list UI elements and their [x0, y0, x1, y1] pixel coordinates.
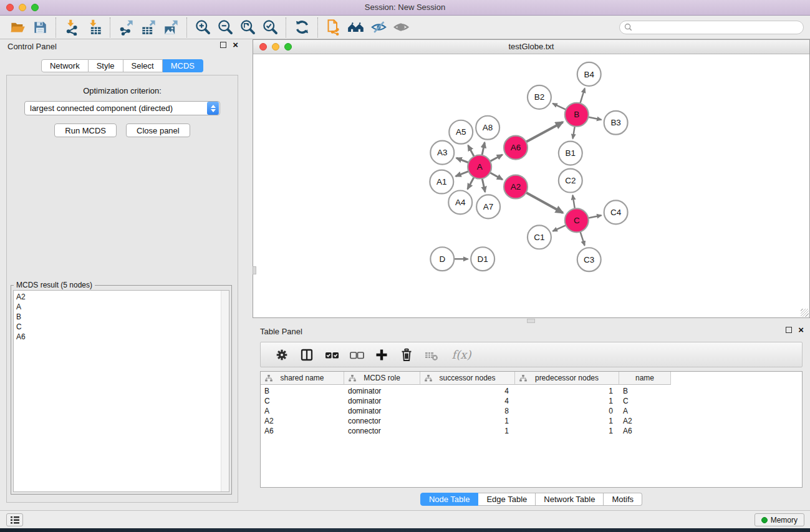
- result-list-item[interactable]: A: [14, 302, 229, 312]
- select-all-button[interactable]: [319, 344, 344, 365]
- export-image-button[interactable]: [160, 17, 182, 37]
- import-network-button[interactable]: [60, 17, 83, 37]
- deselect-all-icon: [349, 347, 365, 362]
- column-visibility-button[interactable]: [294, 344, 319, 365]
- tab-network-table[interactable]: Network Table: [536, 493, 604, 506]
- network-canvas[interactable]: AA1A2A3A4A5A6A7A8BB1B2B3B4CC1C2C3C4DD1: [253, 54, 809, 317]
- reset-view-button[interactable]: [345, 17, 367, 37]
- table-header-cell[interactable]: predecessor nodes: [515, 372, 619, 385]
- close-window-button[interactable]: [6, 4, 14, 11]
- graph-edge-A-A7[interactable]: [482, 177, 485, 192]
- window-resize-grip[interactable]: [801, 309, 809, 317]
- show-all-button[interactable]: [390, 17, 412, 37]
- open-session-button[interactable]: [6, 17, 29, 37]
- table-cell: 1: [420, 426, 515, 436]
- apply-layout-button[interactable]: [291, 17, 313, 37]
- add-column-button[interactable]: [369, 344, 394, 365]
- graph-node-label: B: [574, 110, 579, 119]
- graph-edge-A-A3[interactable]: [456, 158, 470, 163]
- zoom-fit-button[interactable]: [236, 17, 259, 37]
- table-cell: 4: [420, 396, 515, 406]
- graph-edge-B-B1[interactable]: [573, 125, 576, 139]
- graph-edge-A-A1[interactable]: [456, 171, 470, 177]
- graph-edge-C-C3[interactable]: [580, 231, 585, 246]
- tab-motifs[interactable]: Motifs: [604, 493, 642, 506]
- graph-node-label: C4: [610, 208, 622, 217]
- import-table-button[interactable]: [83, 17, 105, 37]
- table-row[interactable]: Bdominator41B: [261, 386, 802, 396]
- zoom-selected-button[interactable]: [259, 17, 281, 37]
- deselect-all-button[interactable]: [344, 344, 369, 365]
- delete-column-button[interactable]: [394, 344, 419, 365]
- attribute-tree-icon: [349, 375, 356, 382]
- close-panel-icon[interactable]: ×: [233, 42, 238, 48]
- zoom-in-button[interactable]: [191, 17, 214, 37]
- graph-edge-B-B3[interactable]: [587, 117, 601, 120]
- export-network-button[interactable]: [115, 17, 137, 37]
- result-list-item[interactable]: B: [14, 312, 229, 322]
- criterion-select[interactable]: largest connected component (directed): [24, 101, 220, 115]
- new-network-from-selection-button[interactable]: [322, 17, 345, 37]
- run-mcds-button[interactable]: Run MCDS: [54, 123, 117, 137]
- result-scrollbar[interactable]: [221, 291, 229, 491]
- table-row[interactable]: A6connector11A6: [261, 426, 802, 436]
- zoom-selected-icon: [262, 19, 279, 36]
- close-panel-button[interactable]: Close panel: [126, 123, 190, 137]
- graph-edge-A-A6[interactable]: [489, 155, 503, 162]
- result-list-item[interactable]: C: [14, 322, 229, 332]
- tab-style[interactable]: Style: [89, 59, 123, 72]
- splitter-grip[interactable]: [253, 266, 256, 274]
- graph-edge-B-B4[interactable]: [580, 89, 585, 105]
- graph-edge-C-C1[interactable]: [552, 225, 567, 231]
- float-panel-icon[interactable]: [220, 42, 226, 48]
- memory-button[interactable]: Memory: [755, 513, 804, 526]
- graph-edge-A-A8[interactable]: [482, 142, 485, 157]
- graph-node-label: D: [439, 254, 445, 264]
- search-input[interactable]: [635, 23, 799, 32]
- table-row[interactable]: A2connector11A2: [261, 416, 802, 426]
- control-panel-header: Control Panel ×: [0, 39, 244, 54]
- graph-edge-C-C4[interactable]: [587, 215, 601, 218]
- table-settings-button[interactable]: [269, 344, 294, 365]
- hide-selected-button[interactable]: [367, 17, 390, 37]
- save-session-button[interactable]: [29, 17, 51, 37]
- toolbar-separator: [55, 17, 56, 37]
- table-header-cell[interactable]: MCDS role: [344, 372, 420, 385]
- zoom-out-button[interactable]: [214, 17, 236, 37]
- graph-edge-C-C2[interactable]: [572, 195, 575, 210]
- task-history-button[interactable]: [6, 513, 23, 526]
- table-row[interactable]: Adominator80A: [261, 406, 802, 416]
- float-panel-icon[interactable]: [786, 327, 792, 333]
- trash-icon: [399, 347, 414, 362]
- tab-select[interactable]: Select: [123, 59, 163, 72]
- table-header-cell[interactable]: successor nodes: [420, 372, 515, 385]
- tab-node-table[interactable]: Node Table: [420, 493, 479, 506]
- tab-edge-table[interactable]: Edge Table: [478, 493, 536, 506]
- horizontal-splitter[interactable]: [253, 318, 810, 324]
- graph-edge-B-B2[interactable]: [552, 104, 567, 110]
- close-panel-icon[interactable]: ×: [798, 327, 804, 333]
- table-header-cell[interactable]: shared name: [261, 372, 344, 385]
- delete-table-button[interactable]: [419, 344, 444, 365]
- result-list-item[interactable]: A6: [14, 332, 229, 342]
- graph-edge-A6-B[interactable]: [525, 122, 563, 143]
- apply-function-button[interactable]: f(x): [444, 344, 479, 365]
- graph-edge-A-A5[interactable]: [468, 145, 475, 158]
- tab-network[interactable]: Network: [41, 59, 89, 72]
- tab-mcds[interactable]: MCDS: [163, 59, 203, 72]
- network-maximize-button[interactable]: [284, 43, 292, 51]
- main-toolbar: [0, 16, 810, 39]
- minimize-window-button[interactable]: [19, 4, 26, 11]
- splitter-grip[interactable]: [527, 319, 535, 323]
- maximize-window-button[interactable]: [31, 4, 39, 11]
- table-row[interactable]: Cdominator41C: [261, 396, 802, 406]
- result-list-item[interactable]: A2: [14, 292, 229, 302]
- graph-edge-A2-C[interactable]: [525, 192, 563, 213]
- table-header-cell[interactable]: name: [619, 372, 671, 385]
- graph-edge-A-A2[interactable]: [489, 172, 503, 180]
- network-minimize-button[interactable]: [272, 43, 279, 51]
- export-table-button[interactable]: [137, 17, 160, 37]
- graph-edge-A-A4[interactable]: [468, 176, 475, 189]
- table-cell: B: [619, 386, 671, 396]
- network-close-button[interactable]: [259, 43, 267, 51]
